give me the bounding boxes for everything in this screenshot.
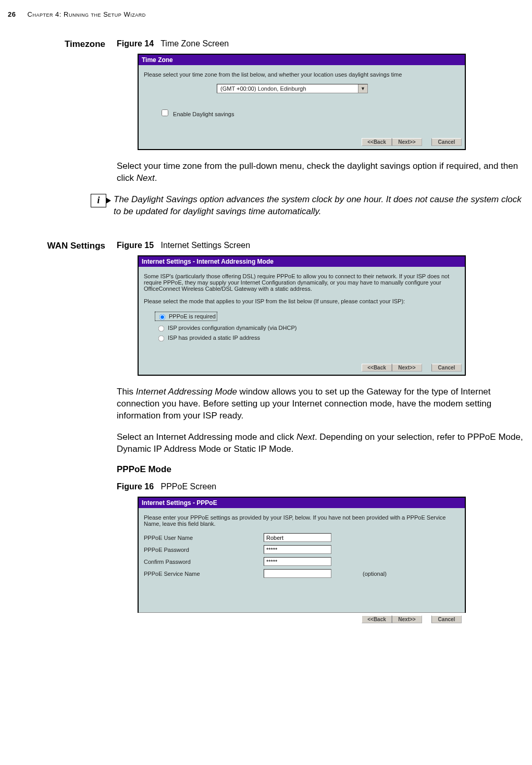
- pppoe-confirm-label: Confirm Password: [144, 559, 264, 565]
- wan-paragraph-1: This Internet Addressing Mode window all…: [117, 386, 524, 422]
- cancel-button[interactable]: Cancel: [431, 138, 462, 146]
- figure-15-number: Figure 15: [117, 241, 154, 250]
- pppoe-confirm-input[interactable]: [264, 557, 331, 566]
- pppoe-service-label: PPPoE Service Name: [144, 571, 264, 577]
- radio-dhcp-label: ISP provides configuration dynamically (…: [168, 325, 296, 331]
- side-label-timezone: Timezone: [8, 39, 115, 50]
- figure-14-title: Time Zone Screen: [160, 39, 229, 48]
- radio-dhcp-input[interactable]: [158, 325, 165, 331]
- figure-15-label: Figure 15 Internet Settings Screen: [117, 241, 524, 250]
- radio-static-label: ISP has provided a static IP address: [168, 335, 260, 341]
- text: Select your time zone from the pull-down…: [117, 161, 518, 183]
- note-text: The Daylight Savings option advances the…: [114, 194, 524, 218]
- cancel-button[interactable]: Cancel: [431, 364, 462, 372]
- radio-static[interactable]: ISP has provided a static IP address: [155, 334, 460, 342]
- page-header: 26 Chapter 4: Running the Setup Wizard: [8, 10, 524, 18]
- shot-title-timezone: Time Zone: [139, 55, 465, 65]
- text-em: Internet Addressing Mode: [136, 387, 237, 397]
- shot-title-wan: Internet Settings - Internet Addressing …: [139, 256, 465, 267]
- radio-static-input[interactable]: [158, 335, 165, 341]
- section-wan: WAN Settings Figure 15 Internet Settings…: [8, 241, 524, 624]
- page-number: 26: [8, 10, 16, 18]
- figure-15-title: Internet Settings Screen: [160, 241, 250, 250]
- section-timezone: Timezone Figure 14 Time Zone Screen Time…: [8, 39, 524, 194]
- daylight-label: Enable Daylight savings: [173, 111, 234, 117]
- timezone-select[interactable]: (GMT +00:00) London, Edinburgh ▼: [217, 84, 368, 93]
- next-button[interactable]: Next>>: [392, 364, 422, 372]
- text-em: Next: [296, 432, 315, 442]
- info-note: i The Daylight Savings option advances t…: [91, 194, 524, 218]
- radio-pppoe[interactable]: PPPoE is required: [155, 312, 217, 320]
- wan-intro-1: Some ISP's (particularly those offering …: [144, 273, 460, 292]
- next-button[interactable]: Next>>: [392, 138, 422, 146]
- screenshot-wan: Internet Settings - Internet Addressing …: [138, 255, 466, 376]
- next-button[interactable]: Next>>: [392, 615, 422, 623]
- figure-16-label: Figure 16 PPPoE Screen: [117, 482, 524, 491]
- daylight-checkbox[interactable]: [162, 109, 168, 116]
- chapter-title: Chapter 4: Running the Setup Wizard: [28, 10, 146, 18]
- back-button[interactable]: <<Back: [362, 138, 392, 146]
- timezone-select-value: (GMT +00:00) London, Edinburgh: [220, 85, 306, 92]
- info-icon-glyph: i: [97, 195, 100, 206]
- chevron-down-icon[interactable]: ▼: [358, 84, 367, 93]
- text: .: [155, 173, 157, 183]
- figure-16-title: PPPoE Screen: [160, 482, 216, 491]
- wan-intro-2: Please select the mode that applies to y…: [144, 298, 460, 304]
- screenshot-pppoe: Internet Settings - PPPoE Please enter y…: [138, 497, 466, 613]
- wan-paragraph-2: Select an Internet Addressing mode and c…: [117, 431, 524, 455]
- back-button[interactable]: <<Back: [362, 364, 392, 372]
- pppoe-mode-heading: PPPoE Mode: [117, 464, 524, 475]
- pppoe-username-label: PPPoE User Name: [144, 535, 264, 541]
- shot-intro-timezone: Please select your time zone from the li…: [144, 71, 460, 78]
- text-next: Next: [137, 173, 155, 183]
- pppoe-password-input[interactable]: [264, 545, 331, 554]
- pppoe-intro: Please enter your PPPoE settings as prov…: [144, 514, 460, 527]
- radio-dhcp[interactable]: ISP provides configuration dynamically (…: [155, 324, 460, 332]
- info-icon: i: [91, 194, 106, 207]
- back-button[interactable]: <<Back: [362, 615, 392, 623]
- cancel-button[interactable]: Cancel: [431, 615, 462, 623]
- figure-14-label: Figure 14 Time Zone Screen: [117, 39, 524, 48]
- figure-14-number: Figure 14: [117, 39, 154, 48]
- figure-16-number: Figure 16: [117, 482, 154, 491]
- text: This: [117, 387, 136, 397]
- optional-label: (optional): [363, 571, 387, 577]
- pppoe-password-label: PPPoE Password: [144, 547, 264, 553]
- screenshot-timezone: Time Zone Please select your time zone f…: [138, 54, 466, 150]
- radio-pppoe-input[interactable]: [159, 314, 166, 320]
- side-label-wan: WAN Settings: [8, 241, 115, 251]
- radio-pppoe-label: PPPoE is required: [169, 313, 216, 319]
- timezone-paragraph: Select your time zone from the pull-down…: [117, 161, 524, 184]
- pppoe-service-input[interactable]: [264, 569, 331, 578]
- text: Select an Internet Addressing mode and c…: [117, 432, 296, 442]
- pppoe-username-input[interactable]: [264, 533, 331, 542]
- shot-title-pppoe: Internet Settings - PPPoE: [139, 498, 465, 508]
